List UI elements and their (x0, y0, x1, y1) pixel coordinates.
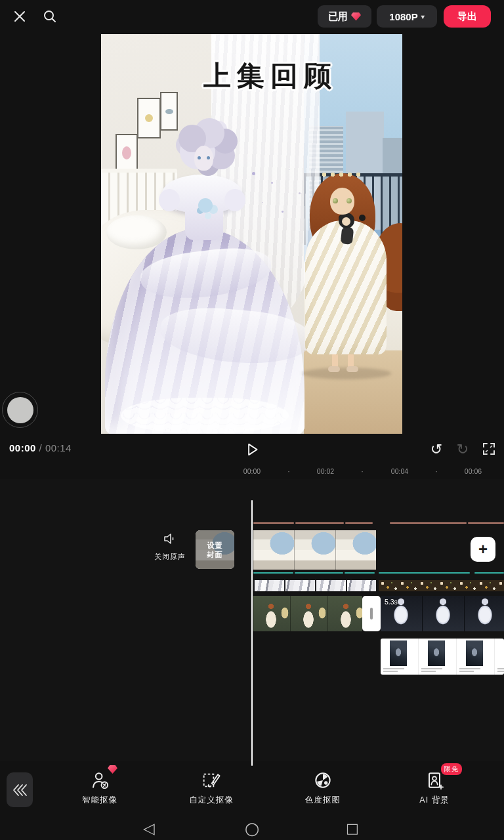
clip-thumbnail (253, 530, 295, 570)
art-blob (122, 146, 131, 159)
redo-button[interactable]: ↻ (454, 441, 471, 458)
wall-art-frame (137, 98, 161, 138)
sticker-card (419, 639, 457, 675)
pen-cutout-icon (201, 770, 222, 791)
overlay-video-clip[interactable] (381, 596, 504, 631)
speaker-icon (162, 532, 178, 546)
collapse-toolbar-button[interactable] (7, 772, 33, 807)
tool-label: AI 背景 (394, 795, 475, 806)
fullscreen-button[interactable] (480, 441, 497, 458)
close-icon (12, 9, 27, 24)
girl-shoe (328, 366, 340, 372)
nav-back-button[interactable]: ◁ (135, 818, 163, 838)
clip-thumbnail (423, 596, 465, 631)
tool-label: 色度抠图 (282, 795, 364, 806)
cover-label: 设置 封面 (196, 530, 234, 569)
play-icon (243, 441, 261, 458)
overlay-video-clip[interactable] (253, 596, 362, 631)
ruler-tick: 00:00 (243, 467, 261, 475)
clip-thumbnail (465, 596, 504, 631)
wall-art-frame (116, 134, 138, 172)
nav-recents-button[interactable]: □ (338, 818, 367, 838)
nav-home-button[interactable]: ○ (238, 818, 266, 838)
ruler-dot: · (287, 467, 290, 475)
card-text-line (459, 671, 474, 672)
tool-custom-cutout[interactable]: 自定义抠像 (171, 769, 252, 806)
clip-thumbnail (336, 530, 376, 570)
vip-used-label: 已用 (328, 10, 348, 23)
video-overlay-title: 上集回顾 (178, 58, 362, 94)
tool-smart-cutout[interactable]: 智能抠像 (59, 769, 140, 806)
time-display: 00:00 / 00:14 (9, 442, 72, 453)
clip-duration-badge: 5.3s (385, 598, 398, 606)
clip-thumbnail (253, 596, 291, 631)
undo-button[interactable]: ↺ (428, 441, 445, 458)
cover-label-line1: 设置 (207, 541, 223, 550)
card-thumbnail (466, 640, 483, 666)
custom-cutout-icon-wrap (171, 769, 252, 791)
search-button[interactable] (38, 5, 62, 28)
card-text-line (383, 671, 398, 672)
vip-used-button[interactable]: 已用 (318, 5, 371, 28)
export-button[interactable]: 导出 (444, 5, 491, 28)
resolution-label: 1080P (389, 11, 417, 22)
resolution-button[interactable]: 1080P ▾ (377, 5, 437, 28)
blue-bouquet (198, 198, 213, 213)
card-thumbnail (390, 640, 407, 666)
petal-particles (252, 172, 255, 175)
overlay-strip-clip[interactable] (379, 580, 504, 591)
tool-label: 自定义抠像 (171, 795, 252, 806)
sticker-card (381, 639, 419, 675)
tool-label: 智能抠像 (59, 795, 140, 806)
wall-art-frame (160, 92, 178, 131)
close-button[interactable] (8, 5, 32, 28)
mute-original-sound-button[interactable]: 关闭原声 (150, 532, 190, 562)
chevron-down-icon: ▾ (421, 13, 425, 20)
gem-icon (351, 12, 361, 21)
doll-head (339, 213, 354, 228)
card-thumbnail (428, 640, 445, 666)
bride-sleeve (224, 189, 245, 211)
add-clip-button[interactable]: + (471, 537, 495, 562)
art-blob (145, 114, 153, 122)
tool-ai-background[interactable]: 限免 AI 背景 (394, 769, 475, 806)
limited-free-badge: 限免 (441, 763, 462, 775)
ruler-dot: · (361, 467, 364, 475)
sticker-track[interactable] (381, 639, 504, 675)
top-bar: 已用 1080P ▾ 导出 (0, 0, 504, 34)
girl-face (330, 188, 354, 215)
overlay-strip-clip[interactable] (253, 580, 376, 591)
playback-bar: 00:00 / 00:14 ↺ ↻ (0, 434, 504, 463)
transition-button[interactable] (362, 596, 381, 631)
floating-widget-dot (7, 397, 33, 423)
set-cover-button[interactable]: 设置 封面 (196, 530, 234, 569)
smart-cutout-icon-wrap (59, 769, 140, 791)
tool-chroma-key[interactable]: 色度抠图 (282, 769, 364, 806)
card-text-line (421, 668, 442, 669)
card-text-line (497, 668, 504, 669)
ruler-dot: · (435, 467, 438, 475)
person-cutout-icon (89, 770, 110, 791)
card-text-line (421, 671, 436, 672)
mute-label: 关闭原声 (150, 552, 190, 562)
video-preview[interactable]: 上集回顾 (101, 34, 402, 434)
bride-sleeve (159, 189, 180, 211)
art-blob (165, 109, 173, 114)
sticker-card (495, 639, 504, 675)
total-duration: 00:14 (45, 442, 72, 453)
playhead[interactable] (251, 500, 253, 766)
clip-thumbnail (295, 530, 336, 570)
cover-label-line2: 封面 (207, 550, 223, 559)
ruler-tick: 00:02 (317, 467, 334, 475)
timeline-ruler: 00:00 · 00:02 · 00:04 · 00:06 (0, 463, 504, 479)
search-icon (43, 9, 57, 24)
sticker-card (457, 639, 495, 675)
clip-thumbnail (291, 596, 328, 631)
fullscreen-icon (481, 441, 497, 457)
play-button[interactable] (243, 441, 261, 458)
timeline[interactable]: 关闭原声 设置 封面 + (0, 479, 504, 761)
main-video-clip[interactable] (253, 530, 376, 570)
floating-widget[interactable] (2, 392, 38, 428)
android-nav-bar: ◁ ○ □ (0, 817, 504, 840)
collapse-icon (11, 782, 28, 798)
